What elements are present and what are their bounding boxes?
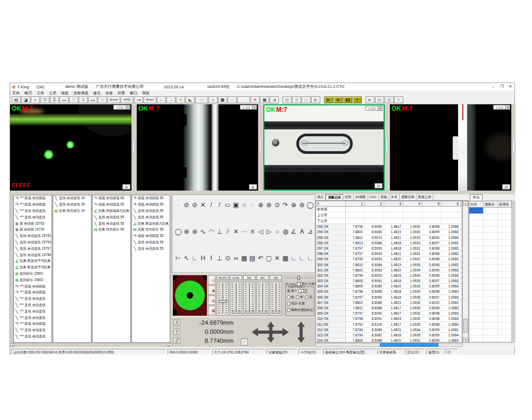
elements-row[interactable] (469, 259, 512, 265)
table-row[interactable]: 300 OK7.88108.50861.48191.09350.80981.09… (316, 262, 462, 268)
close-button[interactable]: ✕ (506, 84, 514, 90)
jog-arrows-icon[interactable] (250, 320, 308, 344)
results-vscrollbar[interactable]: ▲ ▼ (462, 201, 469, 343)
camera4-range-spinner[interactable]: 1-212▾ (493, 105, 510, 110)
camera3-range-spinner[interactable]: 1-212▾ (365, 106, 383, 111)
tab-3D测量[interactable]: 3D测量 (354, 194, 368, 200)
slider-thumb[interactable] (297, 276, 300, 280)
tab-绘图[interactable]: 绘图 (343, 194, 353, 200)
list-item[interactable]: ↷*** 圆弧 自动圆弧 (14, 202, 52, 208)
table-row[interactable]: 294 OK7.88018.50801.48191.09300.80991.09… (316, 229, 462, 235)
palette-tool-icon[interactable]: ▦ (240, 253, 248, 264)
slider-track[interactable] (270, 281, 282, 316)
palette-tool-icon[interactable]: ◯ (306, 200, 314, 211)
table-row[interactable]: 293 OK7.87968.50901.48171.09320.80981.09… (316, 224, 462, 229)
elements-row[interactable] (469, 265, 512, 271)
palette-tool-icon[interactable]: ⊛ (298, 200, 306, 211)
palette-tool-icon[interactable]: ⊕ (290, 200, 297, 211)
elements-row[interactable] (469, 316, 512, 323)
list-item[interactable]: ⊕圆 自动圆 15794 (14, 227, 52, 233)
palette-tool-icon[interactable]: ⊿ (306, 227, 314, 237)
palette-tool-icon[interactable]: I (207, 253, 215, 264)
magnifier-button[interactable]: ⌕ (209, 96, 218, 103)
scroll-down-icon[interactable]: ▼ (463, 337, 468, 342)
camera3-hscrollbar[interactable] (263, 191, 388, 194)
elements-row[interactable] (469, 284, 512, 291)
palette-tool-icon[interactable]: ⊕ (183, 227, 190, 237)
palette-tool-icon[interactable]: ◍ (282, 227, 289, 237)
menu-item-激光[interactable]: 激光 (93, 90, 101, 96)
menu-item-坐标系统[interactable]: 坐标系统 (73, 90, 88, 96)
tab-测量记录[interactable]: 测量记录 (326, 194, 343, 200)
elements-scroll-strip[interactable] (513, 201, 516, 343)
table-row[interactable]: 307 OK7.88028.50851.48211.09300.81001.09… (316, 300, 462, 306)
palette-tool-icon[interactable]: ✕ (200, 200, 207, 211)
scroll-up-icon[interactable]: ▲ (463, 201, 468, 206)
tab-模板[interactable]: 模板 (379, 194, 389, 200)
elements-row[interactable] (469, 208, 512, 214)
list-item[interactable]: ╲直线 自动直线 15796 (14, 240, 52, 246)
slider-thumb[interactable] (232, 311, 240, 314)
table-row[interactable]: 298 OK7.87978.50931.48211.09310.80981.09… (316, 251, 462, 257)
camera4-hscrollbar[interactable] (390, 191, 515, 194)
light-mode-button-4[interactable]: ▩ (208, 306, 215, 315)
tab-CNC[interactable]: CNC (368, 194, 379, 200)
table-row[interactable]: 304 OK7.88098.50891.48201.09330.80991.09… (316, 284, 462, 289)
camera-image-3[interactable]: OKM:7 1-212▾ ⊖ (263, 104, 385, 191)
list-item[interactable]: ⊕圆 自动圆 15793 (14, 220, 52, 227)
folder-button[interactable]: ▭ (302, 96, 311, 103)
measure-list-column-4[interactable]: ↷圆弧 自动圆弧 55↷圆弧 自动圆弧 55╲直线 自动直线 55╲直线 自动直… (131, 195, 170, 343)
table-row[interactable]: 299 OK7.87908.50931.48201.09310.80981.09… (316, 257, 462, 262)
palette-tool-icon[interactable]: ▣ (232, 200, 240, 211)
palette-tool-icon[interactable]: ▦ (282, 253, 289, 264)
list-item[interactable]: ⊖直径标注 15801 (14, 271, 52, 277)
lists-hscrollbar[interactable]: ◄ ► (10, 343, 172, 347)
camera2-range-spinner[interactable]: 1-212▾ (240, 105, 257, 110)
list-item[interactable]: ╲直线 自动直线 55 (132, 214, 170, 220)
table-row[interactable]: 296 OK7.88138.50861.48181.09330.80971.09… (316, 241, 462, 246)
tab-夹具[interactable]: 夹具 (389, 194, 400, 200)
camera2-vscrollbar[interactable] (258, 104, 262, 191)
print-button[interactable]: ▥ (385, 96, 394, 103)
ring-light-preview[interactable] (173, 275, 207, 316)
palette-tool-icon[interactable]: ▷ (265, 227, 273, 237)
menu-item-文件[interactable]: 文件 (12, 90, 20, 96)
joystick-button[interactable]: ↝ (134, 96, 143, 103)
table-row[interactable]: 303 OK7.88068.50911.48181.09350.80971.09… (316, 278, 462, 284)
camera4-vscrollbar[interactable] (511, 104, 516, 191)
palette-tool-icon[interactable]: ▭ (224, 200, 231, 211)
enter-button[interactable]: Enter (144, 96, 156, 103)
list-item[interactable]: ∠距离 两直线最大距离 (132, 220, 170, 227)
table-row[interactable]: 313 OK7.87998.50811.48181.09280.80991.09… (316, 333, 462, 338)
tolerance-row[interactable]: 标准值 (316, 207, 462, 212)
list-item[interactable]: ╲直线 自动直线 55 (132, 245, 170, 252)
list-item[interactable]: ↷*** 圆弧 自动圆弧 (14, 321, 52, 327)
elements-row[interactable] (469, 335, 512, 342)
palette-tool-icon[interactable]: ∟ (290, 253, 297, 264)
palette-tool-icon[interactable]: ✕ (232, 227, 240, 237)
palette-tool-icon[interactable]: ▤ (249, 253, 256, 264)
palette-tool-icon[interactable]: ▢ (265, 253, 273, 264)
camera3-vscrollbar[interactable] (385, 104, 389, 191)
chevron-down-icon[interactable]: ▾ (505, 105, 510, 109)
io-indicator[interactable]: I O (444, 349, 458, 355)
palette-tool-icon[interactable]: ⊢ (174, 253, 182, 264)
list-item[interactable]: ╲直线 自动直线 55 (132, 208, 170, 215)
list-item[interactable]: ╲*** 直线 自动直线 (14, 308, 52, 315)
slider-thumb[interactable] (272, 311, 280, 314)
palette-tool-icon[interactable]: ✕ (273, 253, 281, 264)
crosshair-toggle[interactable]: 十字线(关) (298, 349, 322, 355)
pause-button[interactable]: ▮▮ (343, 96, 352, 103)
excel-export-button[interactable]: Excel (107, 96, 120, 103)
menu-item-语言[interactable]: 语言 (105, 90, 113, 96)
measure-list-column-3[interactable]: ↷圆弧 自动圆弧 66↷圆弧 自动圆弧 55∠距离 内圆弧最大距离╲直线 自动直… (92, 195, 131, 343)
measure-list-column-1[interactable]: ↷*** 圆弧 自动圆弧↷*** 圆弧 自动圆弧╲*** 直线 自动直线╲***… (13, 195, 52, 343)
up-down-button[interactable]: ⇅ (79, 96, 88, 103)
lasso-button[interactable]: ◌ (228, 96, 237, 103)
play-2-button[interactable]: ▶ (365, 96, 375, 103)
scroll-thumb[interactable] (132, 139, 135, 154)
list-item[interactable]: ↷圆弧 自动圆弧 55 (132, 195, 170, 202)
low-radio[interactable] (287, 295, 290, 299)
menu-item-模式[interactable]: 模式 (24, 90, 32, 96)
table-row[interactable]: 305 OK7.87968.50891.48181.09340.80981.09… (316, 289, 462, 294)
